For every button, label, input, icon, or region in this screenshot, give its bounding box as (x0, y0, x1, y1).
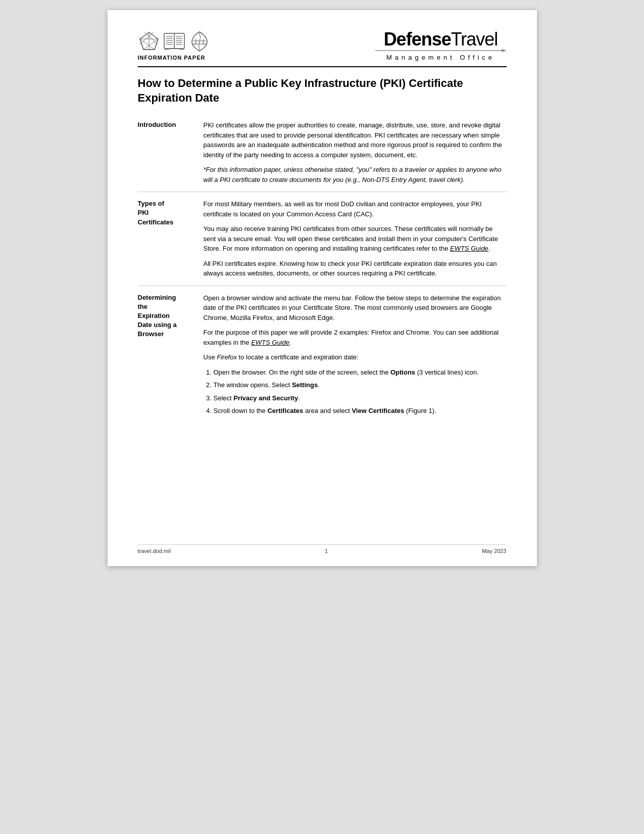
section-content-introduction: PKI certificates allow the proper author… (204, 113, 507, 192)
det-para-3: Use Firefox to locate a certificate and … (204, 352, 507, 362)
det-para-1: Open a browser window and activate the m… (204, 293, 507, 323)
main-title: How to Determine a Public Key Infrastruc… (138, 76, 507, 105)
svg-line-6 (140, 39, 155, 50)
brand-subtitle: Management Office (375, 54, 507, 61)
firefox-step-3: Select Privacy and Security. (214, 393, 507, 403)
section-introduction: Introduction PKI certificates allow the … (138, 113, 507, 192)
section-label-introduction: Introduction (138, 113, 204, 192)
logo-icons (138, 30, 211, 53)
content-table: Introduction PKI certificates allow the … (138, 113, 507, 426)
settings-label: Settings (292, 381, 318, 389)
header-right: DefenseTravel Management Office (375, 30, 507, 61)
footer-left: travel.dod.mil (138, 548, 171, 554)
brand-title: DefenseTravel (375, 30, 507, 49)
types-para-2: You may also receive training PKI certif… (204, 224, 507, 254)
firefox-step-1: Open the browser. On the right side of t… (214, 367, 507, 378)
firefox-step-4: Scroll down to the Certificates area and… (214, 406, 507, 416)
section-determining: DeterminingtheExpirationDate using aBrow… (138, 286, 507, 426)
section-label-determining: DeterminingtheExpirationDate using aBrow… (138, 286, 204, 426)
header: INFORMATION PAPER DefenseTravel Manageme… (138, 30, 507, 67)
footer-center: 1 (325, 548, 328, 554)
ewts-guide-link-1[interactable]: EWTS Guide (450, 245, 488, 252)
svg-line-7 (143, 39, 158, 50)
pentagon-icon (138, 30, 160, 53)
book-icon (163, 30, 185, 53)
header-left: INFORMATION PAPER (138, 30, 211, 61)
types-para-3: All PKI certificates expire. Knowing how… (204, 259, 507, 279)
map-icon (188, 30, 211, 53)
brand-travel: Travel (451, 29, 498, 50)
svg-marker-27 (502, 49, 507, 52)
section-label-types-pki: Types ofPKICertificates (138, 192, 204, 286)
firefox-steps-list: Open the browser. On the right side of t… (214, 367, 507, 416)
privacy-security-label: Privacy and Security (233, 394, 298, 402)
brand-defense: Defense (384, 29, 451, 50)
view-certificates-label: View Certificates (352, 407, 404, 414)
section-content-types-pki: For most Military members, as well as fo… (204, 192, 507, 286)
intro-para-2: *For this information paper, unless othe… (204, 165, 507, 184)
intro-para-1: PKI certificates allow the proper author… (204, 120, 507, 160)
section-content-determining: Open a browser window and activate the m… (204, 286, 507, 426)
section-types-pki: Types ofPKICertificates For most Militar… (138, 192, 507, 286)
page: INFORMATION PAPER DefenseTravel Manageme… (108, 10, 537, 566)
det-para-2: For the purpose of this paper we will pr… (204, 328, 507, 347)
ewts-guide-link-2[interactable]: EWTS Guide (251, 339, 289, 346)
footer: travel.dod.mil 1 May 2023 (138, 544, 507, 554)
info-paper-label: INFORMATION PAPER (138, 55, 206, 61)
certificates-label: Certificates (267, 407, 303, 414)
options-label: Options (390, 368, 415, 376)
types-para-1: For most Military members, as well as fo… (204, 199, 507, 219)
firefox-step-2: The window opens. Select Settings. (214, 380, 507, 390)
footer-right: May 2023 (482, 548, 506, 554)
firefox-label: Firefox (217, 353, 237, 361)
